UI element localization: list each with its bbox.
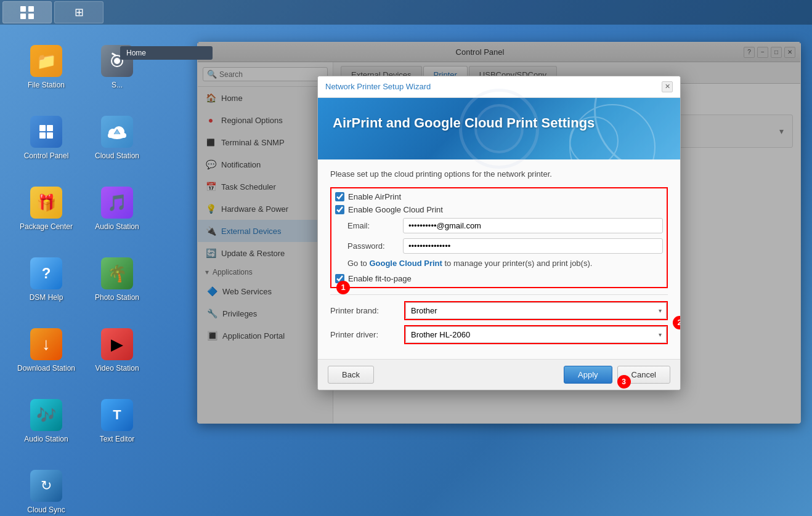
wizard-overlay: Network Printer Setup Wizard ✕ AirPrint …	[198, 42, 800, 423]
svg-rect-5	[39, 132, 46, 139]
annotation-3-badge: 3	[617, 375, 631, 389]
svg-rect-4	[47, 125, 53, 131]
google-link-suffix: to manage your printer(s) and print job(…	[444, 259, 592, 268]
taskbar-apps-button[interactable]	[2, 1, 52, 23]
svg-point-10	[108, 133, 113, 138]
icon-file-station[interactable]: 📁 File Station	[12, 34, 80, 102]
airprint-checkbox-row: Enable AirPrint	[335, 192, 663, 201]
download-station-icon: ↓	[30, 328, 62, 360]
password-label: Password:	[347, 241, 403, 251]
google-link-row: Go to Google Cloud Print to manage your …	[347, 259, 663, 268]
google-cloud-checkbox-row: Enable Google Cloud Print	[335, 205, 663, 214]
password-input[interactable]	[403, 238, 663, 254]
wizard-title-text: Network Printer Setup Wizard	[325, 82, 431, 91]
text-editor-icon: T	[101, 399, 133, 431]
audio-station-icon: 🎵	[101, 187, 133, 219]
icon-surveillance-station[interactable]: S... Home	[83, 34, 151, 102]
apply-button[interactable]: Apply	[564, 366, 612, 384]
printer-driver-label: Printer driver:	[330, 330, 404, 339]
printer-driver-select-wrap: Brother HL-2060 ▾	[404, 325, 668, 344]
icon-audio-station2[interactable]: 🎶 Audio Station	[12, 388, 80, 456]
fit-to-page-checkbox-row: Enable fit-to-page	[335, 274, 663, 283]
printer-brand-row: Printer brand: Brother ▾	[330, 301, 668, 320]
audio-station2-label: Audio Station	[24, 435, 68, 445]
section-divider	[330, 294, 668, 295]
airprint-label: Enable AirPrint	[348, 192, 401, 201]
printer-brand-label: Printer brand:	[330, 306, 404, 315]
control-panel-icon	[30, 116, 62, 148]
surveillance-label: S...	[112, 81, 123, 91]
desktop: ⊞ 📁 File Station S... Home	[0, 0, 812, 516]
cloud-station-icon	[101, 116, 133, 148]
file-station-icon: 📁	[30, 45, 62, 77]
printer-brand-select[interactable]: Brother	[405, 302, 667, 319]
printer-driver-select[interactable]: Brother HL-2060	[405, 326, 667, 343]
google-link-prefix: Go to	[347, 259, 369, 268]
dsm-help-icon: ?	[30, 257, 62, 289]
printer-brand-section: Printer brand: Brother ▾ Printer driver:	[330, 301, 668, 344]
audio-station2-icon: 🎶	[30, 399, 62, 431]
icon-photo-station[interactable]: 🌴 Photo Station	[83, 246, 151, 314]
annotation-2-badge: 2	[673, 316, 681, 329]
video-station-icon: ▶	[101, 328, 133, 360]
package-center-icon: 🎁	[30, 187, 62, 219]
wizard-footer: Back Apply 3 Cancel	[318, 359, 680, 390]
video-station-label: Video Station	[95, 364, 139, 374]
wizard-header: AirPrint and Google Cloud Print Settings	[318, 98, 680, 159]
svg-rect-6	[47, 132, 53, 139]
text-editor-label: Text Editor	[100, 435, 135, 445]
cloud-sync-icon: ↻	[30, 470, 62, 502]
cloud-station-label: Cloud Station	[95, 151, 139, 161]
back-button[interactable]: Back	[328, 366, 374, 384]
google-cloud-checkbox[interactable]	[335, 205, 344, 214]
cloud-sync-label: Cloud Sync	[27, 506, 65, 515]
surveillance-tooltip: Home	[120, 46, 213, 60]
email-row: Email:	[347, 218, 663, 233]
printer-driver-row: Printer driver: Brother HL-2060 ▾	[330, 325, 668, 344]
icon-dsm-help[interactable]: ? DSM Help	[12, 246, 80, 314]
taskbar-view-button[interactable]: ⊞	[54, 1, 104, 23]
email-input[interactable]	[403, 218, 663, 233]
audio-station-label: Audio Station	[95, 222, 139, 232]
icon-audio-station[interactable]: 🎵 Audio Station	[83, 175, 151, 243]
control-panel-window: Control Panel ? − □ ✕ 🔍 🏠 Home	[197, 42, 801, 424]
printer-brand-select-wrap: Brother ▾	[404, 301, 668, 320]
svg-point-11	[121, 133, 126, 138]
icon-package-center[interactable]: 🎁 Package Center	[12, 175, 80, 243]
wizard-close-button[interactable]: ✕	[662, 81, 673, 92]
photo-station-icon: 🌴	[101, 257, 133, 289]
password-row: Password:	[347, 238, 663, 254]
icon-text-editor[interactable]: T Text Editor	[83, 388, 151, 456]
wizard-description: Please set up the cloud printing options…	[330, 169, 668, 179]
icon-video-station[interactable]: ▶ Video Station	[83, 317, 151, 385]
wizard-body: Please set up the cloud printing options…	[318, 159, 680, 359]
icon-download-station[interactable]: ↓ Download Station	[12, 317, 80, 385]
svg-rect-3	[39, 125, 46, 131]
package-center-label: Package Center	[20, 222, 73, 232]
google-cloud-print-link[interactable]: Google Cloud Print	[369, 259, 442, 268]
control-panel-label: Control Panel	[24, 151, 69, 161]
photo-station-label: Photo Station	[95, 293, 139, 303]
desktop-icons-container: 📁 File Station S... Home	[12, 34, 151, 516]
email-label: Email:	[347, 221, 403, 230]
wizard-titlebar: Network Printer Setup Wizard ✕	[318, 76, 680, 98]
icon-cloud-sync[interactable]: ↻ Cloud Sync	[12, 459, 80, 516]
checkbox-group: Enable AirPrint Enable Google Cloud Prin…	[330, 187, 668, 288]
file-station-label: File Station	[28, 81, 65, 91]
icon-control-panel[interactable]: Control Panel	[12, 105, 80, 172]
wizard-header-title: AirPrint and Google Cloud Print Settings	[333, 115, 665, 131]
google-cloud-label: Enable Google Cloud Print	[348, 205, 443, 214]
wizard-dialog: Network Printer Setup Wizard ✕ AirPrint …	[317, 76, 681, 390]
airprint-checkbox[interactable]	[335, 192, 344, 201]
fit-to-page-label: Enable fit-to-page	[348, 274, 412, 283]
taskbar: ⊞	[0, 0, 812, 25]
download-station-label: Download Station	[17, 364, 75, 374]
svg-point-1	[114, 58, 120, 64]
dsm-help-label: DSM Help	[30, 293, 63, 303]
icon-cloud-station[interactable]: Cloud Station	[83, 105, 151, 172]
annotation-1-badge: 1	[336, 281, 350, 294]
